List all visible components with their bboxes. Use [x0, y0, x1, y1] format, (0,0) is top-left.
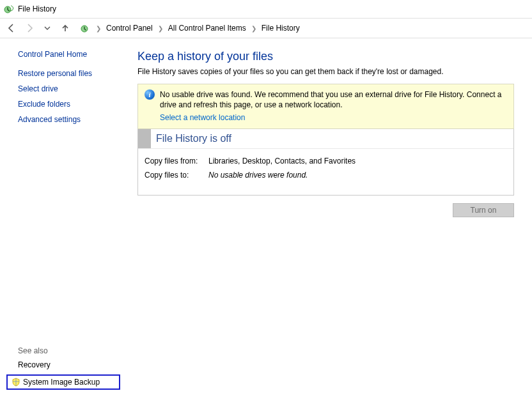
file-history-icon	[4, 4, 14, 14]
turn-on-button[interactable]: Turn on	[453, 203, 514, 217]
sidebar-link-advanced-settings[interactable]: Advanced settings	[18, 115, 126, 124]
copy-from-label: Copy files from:	[145, 157, 208, 165]
status-panel: File History is off Copy files from: Lib…	[137, 129, 514, 196]
sidebar-link-restore[interactable]: Restore personal files	[18, 69, 126, 78]
nav-forward-button[interactable]	[22, 20, 37, 36]
copy-to-value: No usable drives were found.	[208, 171, 308, 180]
copy-to-row: Copy files to: No usable drives were fou…	[145, 171, 507, 180]
breadcrumb-item[interactable]: All Control Panel Items	[166, 24, 249, 33]
see-also-label: See also	[18, 346, 126, 355]
see-also-label-text: System Image Backup	[23, 378, 100, 387]
breadcrumb-item[interactable]: File History	[259, 24, 302, 33]
copy-from-row: Copy files from: Libraries, Desktop, Con…	[145, 157, 507, 165]
warning-banner: i No usable drive was found. We recommen…	[137, 84, 514, 129]
control-panel-home-link[interactable]: Control Panel Home	[18, 50, 126, 59]
see-also-system-image-backup[interactable]: System Image Backup	[6, 374, 120, 390]
window-title: File History	[18, 4, 56, 13]
nav-recent-dropdown[interactable]	[40, 20, 55, 36]
shield-icon	[12, 378, 20, 387]
sidebar-link-select-drive[interactable]: Select drive	[18, 84, 126, 93]
nav-up-button[interactable]	[58, 20, 73, 36]
nav-back-button[interactable]	[4, 20, 19, 36]
status-indicator-icon	[138, 129, 151, 148]
warning-text: No usable drive was found. We recommend …	[160, 90, 501, 109]
copy-to-label: Copy files to:	[145, 171, 208, 180]
status-header: File History is off	[138, 129, 513, 149]
page-description: File History saves copies of your files …	[137, 67, 514, 76]
turn-on-label: Turn on	[471, 206, 497, 215]
chevron-right-icon[interactable]: ❯	[250, 25, 258, 32]
title-bar: File History	[0, 0, 532, 19]
chevron-right-icon[interactable]: ❯	[157, 25, 164, 32]
sidebar: Control Panel Home Restore personal file…	[0, 38, 131, 400]
breadcrumb-item[interactable]: Control Panel	[104, 24, 155, 33]
nav-bar: ❯ Control Panel ❯ All Control Panel Item…	[0, 19, 532, 38]
see-also-label-text: Recovery	[18, 360, 51, 369]
page-title: Keep a history of your files	[137, 50, 514, 63]
see-also-recovery[interactable]: Recovery	[18, 360, 126, 369]
content-pane: Keep a history of your files File Histor…	[131, 38, 532, 400]
chevron-right-icon[interactable]: ❯	[95, 25, 102, 32]
info-icon: i	[145, 89, 155, 100]
address-bar-icon	[81, 23, 91, 33]
status-title: File History is off	[156, 133, 231, 144]
select-network-location-link[interactable]: Select a network location	[160, 112, 245, 123]
sidebar-link-exclude-folders[interactable]: Exclude folders	[18, 100, 126, 109]
breadcrumb[interactable]: ❯ Control Panel ❯ All Control Panel Item…	[95, 19, 528, 38]
copy-from-value: Libraries, Desktop, Contacts, and Favori…	[208, 157, 356, 165]
